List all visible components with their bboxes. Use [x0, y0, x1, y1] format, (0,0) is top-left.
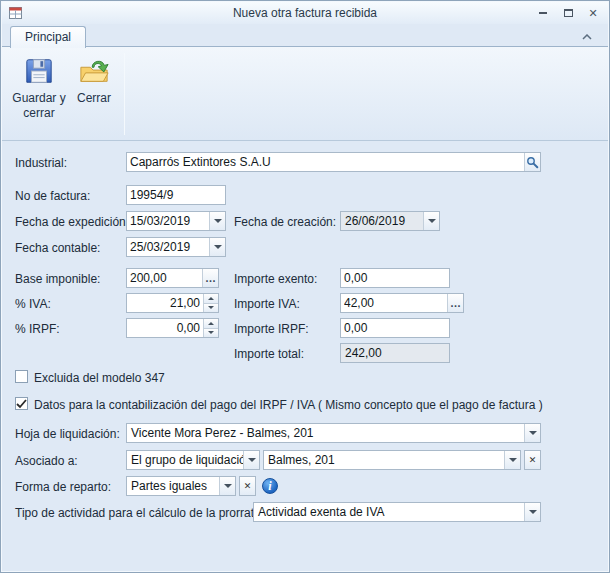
payment-posting-checkbox[interactable] — [15, 397, 28, 410]
issue-date-label: Fecha de expedición: — [15, 215, 129, 229]
clear-icon: ✕ — [529, 455, 537, 465]
total-amount-field: 242,00 — [340, 343, 450, 363]
chevron-up-icon — [208, 297, 214, 300]
exempt-amount-label: Importe exento: — [234, 272, 317, 286]
taxable-base-input[interactable] — [127, 269, 202, 287]
close-label: Cerrar — [77, 91, 111, 106]
taxable-base-ellipsis-button[interactable]: … — [202, 269, 218, 287]
vat-percent-spinner[interactable] — [203, 294, 218, 312]
chevron-up-icon — [208, 322, 214, 325]
prorate-activity-dropdown-button[interactable] — [524, 503, 540, 521]
save-and-close-button[interactable]: Guardar y cerrar — [10, 51, 68, 137]
info-icon[interactable]: i — [262, 478, 278, 494]
distribution-method-clear-button[interactable]: ✕ — [239, 476, 256, 496]
minimize-icon — [539, 12, 547, 14]
industrial-input[interactable] — [127, 153, 524, 171]
creation-date-value: 26/06/2019 — [341, 212, 423, 230]
settlement-sheet-dropdown-button[interactable] — [524, 424, 540, 442]
irpf-percent-spinner[interactable] — [203, 319, 218, 337]
vat-amount-ellipsis-button[interactable]: … — [447, 294, 463, 312]
vat-percent-input[interactable] — [127, 294, 203, 312]
dialog-window: Nueva otra factura recibida ✕ Principal — [0, 0, 610, 573]
irpf-amount-field[interactable] — [340, 318, 450, 338]
chevron-down-icon — [208, 306, 214, 309]
associated-to-target-dropdown-button[interactable] — [504, 451, 520, 469]
spinner-up-button[interactable] — [204, 294, 218, 303]
chevron-down-icon — [529, 510, 537, 514]
close-button[interactable]: Cerrar — [70, 51, 118, 137]
ribbon-collapse-button[interactable] — [578, 30, 596, 44]
chevron-down-icon — [529, 431, 537, 435]
title-bar[interactable]: Nueva otra factura recibida ✕ — [2, 2, 608, 24]
chevron-down-icon — [208, 331, 214, 334]
search-button[interactable] — [524, 153, 540, 171]
spinner-down-button[interactable] — [204, 303, 218, 313]
minimize-button[interactable] — [536, 6, 550, 20]
vat-amount-input[interactable] — [341, 294, 447, 312]
accounting-date-label: Fecha contable: — [15, 241, 100, 255]
creation-date-label: Fecha de creación: — [234, 215, 336, 229]
total-amount-label: Importe total: — [234, 347, 304, 361]
accounting-date-dropdown-button[interactable] — [209, 238, 225, 256]
industrial-field[interactable] — [126, 152, 541, 172]
payment-posting-label: Datos para la contabilización del pago d… — [34, 398, 543, 412]
spinner-up-button[interactable] — [204, 319, 218, 328]
associated-to-type-combo[interactable]: El grupo de liquidación — [126, 450, 260, 470]
ellipsis-icon: … — [205, 272, 216, 284]
tab-principal[interactable]: Principal — [10, 26, 86, 48]
irpf-percent-field[interactable] — [126, 318, 219, 338]
chevron-up-icon — [582, 34, 592, 40]
exempt-amount-field[interactable] — [340, 268, 450, 288]
issue-date-field[interactable] — [126, 211, 226, 231]
maximize-button[interactable] — [561, 6, 575, 20]
issue-date-dropdown-button[interactable] — [209, 212, 225, 230]
associated-to-label: Asociado a: — [15, 454, 78, 468]
irpf-percent-input[interactable] — [127, 319, 203, 337]
settlement-sheet-label: Hoja de liquidación: — [15, 427, 120, 441]
chevron-down-icon — [214, 245, 222, 249]
ellipsis-icon: … — [450, 297, 461, 309]
distribution-method-combo[interactable]: Partes iguales — [126, 476, 236, 496]
distribution-method-value: Partes iguales — [127, 477, 219, 495]
invoice-number-label: No de factura: — [15, 189, 90, 203]
prorate-activity-combo[interactable]: Actividad exenta de IVA — [253, 502, 541, 522]
prorate-activity-value: Actividad exenta de IVA — [254, 503, 524, 521]
irpf-amount-input[interactable] — [341, 319, 449, 337]
vat-percent-field[interactable] — [126, 293, 219, 313]
associated-to-target-combo[interactable]: Balmes, 201 — [263, 450, 521, 470]
save-icon — [23, 55, 55, 87]
spinner-down-button[interactable] — [204, 328, 218, 338]
industrial-label: Industrial: — [15, 156, 67, 170]
ribbon: Guardar y cerrar Cerrar — [2, 46, 608, 141]
associated-to-type-dropdown-button[interactable] — [243, 451, 259, 469]
vat-amount-field[interactable]: … — [340, 293, 464, 313]
settlement-sheet-combo[interactable]: Vicente Mora Perez - Balmes, 201 — [126, 423, 541, 443]
close-window-button[interactable]: ✕ — [586, 6, 600, 20]
irpf-percent-label: % IRPF: — [15, 322, 60, 336]
accounting-date-input[interactable] — [127, 238, 209, 256]
taxable-base-field[interactable]: … — [126, 268, 219, 288]
chevron-down-icon — [509, 458, 517, 462]
taxable-base-label: Base imponible: — [15, 272, 100, 286]
chevron-down-icon — [214, 219, 222, 223]
search-icon — [526, 156, 539, 169]
window-title: Nueva otra factura recibida — [2, 6, 608, 20]
excluded-347-checkbox[interactable] — [15, 370, 28, 383]
excluded-347-label: Excluida del modelo 347 — [34, 371, 165, 385]
creation-date-field: 26/06/2019 — [340, 211, 440, 231]
associated-to-clear-button[interactable]: ✕ — [524, 450, 541, 470]
check-icon — [16, 399, 27, 409]
irpf-amount-label: Importe IRPF: — [234, 322, 309, 336]
close-folder-icon — [78, 55, 110, 87]
creation-date-dropdown-button — [423, 212, 439, 230]
clear-icon: ✕ — [244, 481, 252, 491]
ribbon-separator — [124, 53, 125, 135]
vat-percent-label: % IVA: — [15, 297, 51, 311]
issue-date-input[interactable] — [127, 212, 209, 230]
exempt-amount-input[interactable] — [341, 269, 449, 287]
accounting-date-field[interactable] — [126, 237, 226, 257]
invoice-number-field[interactable] — [126, 185, 226, 205]
invoice-number-input[interactable] — [127, 186, 225, 204]
distribution-method-dropdown-button[interactable] — [219, 477, 235, 495]
maximize-icon — [564, 9, 573, 17]
